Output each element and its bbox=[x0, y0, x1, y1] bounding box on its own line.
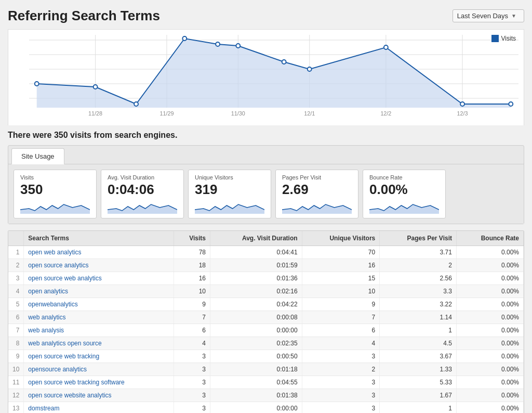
table-row: 7web analysis60:00:00610.00% bbox=[8, 324, 524, 337]
search-term-cell[interactable]: web analytics bbox=[24, 311, 174, 324]
svg-point-23 bbox=[35, 82, 39, 86]
table-header: Search Terms Visits Avg. Visit Duration … bbox=[8, 231, 524, 246]
chart-legend: Visits bbox=[491, 35, 516, 42]
metric-label-4: Bounce Rate bbox=[369, 174, 439, 180]
pages-per-visit-cell: 3.67 bbox=[380, 350, 457, 363]
metric-sparkline-0 bbox=[20, 199, 90, 214]
row-number: 8 bbox=[8, 337, 24, 350]
search-term-cell[interactable]: open web analytics bbox=[24, 246, 174, 259]
bounce-rate-cell: 0.00% bbox=[456, 311, 523, 324]
unique-visitors-cell: 6 bbox=[302, 324, 380, 337]
duration-cell: 0:00:00 bbox=[210, 402, 302, 413]
duration-cell: 0:04:55 bbox=[210, 376, 302, 389]
search-term-cell[interactable]: openwebanalytics bbox=[24, 298, 174, 311]
pages-per-visit-cell: 1.33 bbox=[380, 363, 457, 376]
search-term-cell[interactable]: open analytics bbox=[24, 285, 174, 298]
search-term-cell[interactable]: open source web tracking bbox=[24, 350, 174, 363]
unique-visitors-cell: 7 bbox=[302, 311, 380, 324]
visits-cell: 18 bbox=[174, 259, 210, 272]
visits-cell: 3 bbox=[174, 402, 210, 413]
search-term-cell[interactable]: web analysis bbox=[24, 324, 174, 337]
row-number: 12 bbox=[8, 389, 24, 402]
pages-per-visit-cell: 1.67 bbox=[380, 389, 457, 402]
date-range-label: Last Seven Days bbox=[457, 12, 508, 20]
bounce-rate-cell: 0.00% bbox=[456, 376, 523, 389]
page-title: Referring Search Terms bbox=[8, 8, 160, 24]
svg-point-32 bbox=[460, 102, 464, 106]
row-number: 6 bbox=[8, 311, 24, 324]
svg-point-33 bbox=[509, 102, 513, 106]
svg-point-25 bbox=[134, 102, 138, 106]
table-row: 9open source web tracking30:00:5033.670.… bbox=[8, 350, 524, 363]
unique-visitors-cell: 70 bbox=[302, 246, 380, 259]
date-range-selector[interactable]: Last Seven Days ▼ bbox=[453, 9, 524, 22]
unique-visitors-cell: 3 bbox=[302, 350, 380, 363]
unique-visitors-cell: 3 bbox=[302, 402, 380, 413]
visits-cell: 10 bbox=[174, 285, 210, 298]
tab-site-usage[interactable]: Site Usage bbox=[11, 148, 64, 164]
col-header-search-terms: Search Terms bbox=[24, 231, 174, 246]
bounce-rate-cell: 0.00% bbox=[456, 337, 523, 350]
bounce-rate-cell: 0.00% bbox=[456, 246, 523, 259]
legend-label: Visits bbox=[501, 35, 516, 42]
table-row: 10opensource analytics30:01:1821.330.00% bbox=[8, 363, 524, 376]
search-term-cell[interactable]: open source web tracking software bbox=[24, 376, 174, 389]
bounce-rate-cell: 0.00% bbox=[456, 259, 523, 272]
svg-text:12/2: 12/2 bbox=[380, 110, 391, 117]
visits-cell: 3 bbox=[174, 363, 210, 376]
visits-cell: 9 bbox=[174, 298, 210, 311]
duration-cell: 0:00:00 bbox=[210, 324, 302, 337]
metric-value-0: 350 bbox=[20, 182, 90, 197]
legend-color-box bbox=[491, 35, 499, 42]
metric-value-3: 2.69 bbox=[282, 182, 352, 197]
unique-visitors-cell: 16 bbox=[302, 259, 380, 272]
metric-label-0: Visits bbox=[20, 174, 90, 180]
visits-cell: 4 bbox=[174, 337, 210, 350]
bounce-rate-cell: 0.00% bbox=[456, 350, 523, 363]
unique-visitors-cell: 4 bbox=[302, 337, 380, 350]
table-row: 11open source web tracking software30:04… bbox=[8, 376, 524, 389]
unique-visitors-cell: 3 bbox=[302, 389, 380, 402]
unique-visitors-cell: 2 bbox=[302, 363, 380, 376]
bounce-rate-cell: 0.00% bbox=[456, 389, 523, 402]
row-number: 1 bbox=[8, 246, 24, 259]
duration-cell: 0:01:18 bbox=[210, 363, 302, 376]
visits-cell: 3 bbox=[174, 389, 210, 402]
search-term-cell[interactable]: web analytics open source bbox=[24, 337, 174, 350]
col-header-num bbox=[8, 231, 24, 246]
col-header-bounce: Bounce Rate bbox=[456, 231, 523, 246]
pages-per-visit-cell: 4.5 bbox=[380, 337, 457, 350]
pages-per-visit-cell: 1.14 bbox=[380, 311, 457, 324]
search-term-cell[interactable]: domstream bbox=[24, 402, 174, 413]
search-term-cell[interactable]: open source website analytics bbox=[24, 389, 174, 402]
duration-cell: 0:00:50 bbox=[210, 350, 302, 363]
table-row: 12open source website analytics30:01:383… bbox=[8, 389, 524, 402]
duration-cell: 0:01:36 bbox=[210, 272, 302, 285]
search-term-cell[interactable]: opensource analytics bbox=[24, 363, 174, 376]
metric-card-0: Visits350 bbox=[14, 170, 97, 218]
bounce-rate-cell: 0.00% bbox=[456, 402, 523, 413]
visits-cell: 3 bbox=[174, 376, 210, 389]
metric-card-4: Bounce Rate0.00% bbox=[363, 170, 446, 218]
svg-text:11/28: 11/28 bbox=[88, 110, 102, 117]
table-row: 1open web analytics780:04:41703.710.00% bbox=[8, 246, 524, 259]
pages-per-visit-cell: 3.3 bbox=[380, 285, 457, 298]
duration-cell: 0:01:59 bbox=[210, 259, 302, 272]
search-term-cell[interactable]: open source analytics bbox=[24, 259, 174, 272]
chart-svg: 70 60 50 40 30 11/28 11/29 11/30 12/1 12… bbox=[29, 35, 518, 118]
table-row: 8web analytics open source40:02:3544.50.… bbox=[8, 337, 524, 350]
svg-point-24 bbox=[94, 85, 98, 89]
row-number: 13 bbox=[8, 402, 24, 413]
duration-cell: 0:04:22 bbox=[210, 298, 302, 311]
pages-per-visit-cell: 5.33 bbox=[380, 376, 457, 389]
table-row: 5openwebanalytics90:04:2293.220.00% bbox=[8, 298, 524, 311]
row-number: 2 bbox=[8, 259, 24, 272]
duration-cell: 0:04:41 bbox=[210, 246, 302, 259]
search-term-cell[interactable]: open source web analytics bbox=[24, 272, 174, 285]
table-row: 3open source web analytics160:01:36152.5… bbox=[8, 272, 524, 285]
svg-text:12/3: 12/3 bbox=[457, 110, 468, 117]
pages-per-visit-cell: 3.22 bbox=[380, 298, 457, 311]
unique-visitors-cell: 3 bbox=[302, 376, 380, 389]
chevron-down-icon: ▼ bbox=[511, 13, 516, 19]
svg-point-28 bbox=[236, 44, 240, 48]
